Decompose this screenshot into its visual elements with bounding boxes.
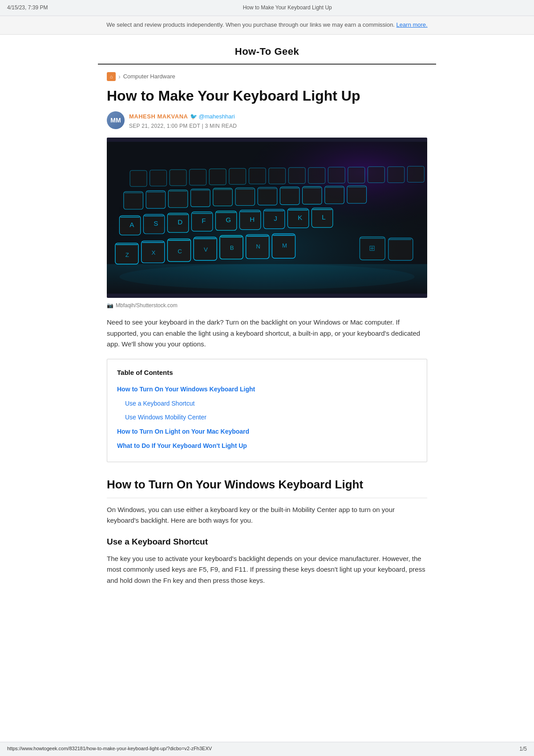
author-name[interactable]: MAHESH MAKVANA (129, 113, 188, 120)
svg-rect-31 (240, 211, 260, 212)
svg-rect-60 (190, 169, 206, 185)
svg-rect-65 (288, 167, 305, 183)
toc-item-5: What to Do If Your Keyboard Won't Light … (117, 440, 417, 451)
toc-link-4[interactable]: How to Turn On Light on Your Mac Keyboar… (117, 428, 249, 435)
svg-rect-53 (281, 187, 299, 188)
toc-title: Table of Contents (117, 367, 417, 378)
svg-rect-11 (142, 242, 164, 243)
svg-text:A: A (129, 221, 134, 228)
author-meta: SEP 21, 2022, 1:00 PM EDT | 3 MIN READ (129, 122, 237, 130)
svg-text:S: S (154, 219, 158, 227)
svg-text:M: M (282, 242, 287, 249)
section1-heading: How to Turn On Your Windows Keyboard Lig… (107, 476, 427, 498)
svg-rect-64 (269, 168, 286, 184)
svg-rect-47 (147, 191, 165, 192)
svg-text:H: H (250, 215, 255, 223)
svg-rect-37 (168, 190, 188, 207)
svg-rect-32 (264, 210, 284, 211)
svg-text:V: V (204, 246, 208, 253)
svg-rect-46 (125, 192, 142, 193)
svg-text:D: D (178, 218, 182, 226)
svg-rect-56 (348, 187, 366, 187)
svg-rect-12 (168, 240, 190, 241)
author-initials: MM (110, 115, 121, 125)
author-avatar: MM (107, 111, 125, 129)
notice-learn-more-link[interactable]: Learn more. (396, 21, 428, 28)
svg-rect-70 (388, 167, 405, 183)
toc-box: Table of Contents How to Turn On Your Wi… (107, 359, 427, 462)
twitter-icon: 🐦 (190, 113, 199, 120)
svg-rect-71 (407, 166, 424, 182)
svg-rect-69 (368, 167, 384, 183)
section1-sub1-heading: Use a Keyboard Shortcut (107, 535, 427, 549)
svg-rect-44 (325, 186, 344, 204)
svg-rect-26 (120, 216, 140, 218)
svg-rect-67 (328, 167, 345, 183)
notice-text: We select and review products independen… (106, 21, 395, 28)
svg-rect-14 (221, 236, 242, 237)
toc-link-2[interactable]: Use a Keyboard Shortcut (125, 400, 194, 407)
caption-text: Mbfaqih/Shutterstock.com (116, 301, 178, 310)
svg-rect-15 (247, 236, 268, 237)
svg-rect-42 (280, 187, 299, 205)
svg-text:F: F (202, 217, 206, 224)
svg-rect-57 (130, 171, 147, 187)
svg-rect-91 (388, 239, 411, 240)
svg-rect-35 (124, 191, 143, 209)
svg-text:Z: Z (125, 252, 129, 258)
svg-text:K: K (298, 213, 302, 221)
author-name-line: MAHESH MAKVANA 🐦 @maheshhari (129, 110, 237, 122)
author-twitter[interactable]: @maheshhari (199, 113, 235, 120)
svg-rect-49 (191, 190, 209, 191)
svg-rect-52 (259, 188, 276, 189)
toc-link-3[interactable]: Use Windows Mobility Center (125, 414, 206, 421)
hero-image-container: A S D F G H J K L Z X C V B N M (107, 138, 427, 298)
image-caption: 📷 Mbfaqih/Shutterstock.com (107, 301, 427, 310)
svg-rect-50 (214, 189, 232, 190)
svg-rect-29 (192, 212, 212, 214)
svg-rect-62 (229, 168, 246, 184)
toc-link-1[interactable]: How to Turn On Your Windows Keyboard Lig… (117, 386, 255, 393)
toc-link-5[interactable]: What to Do If Your Keyboard Won't Light … (117, 442, 247, 449)
svg-rect-34 (312, 209, 332, 210)
svg-rect-36 (146, 191, 166, 208)
svg-rect-13 (194, 238, 216, 239)
svg-rect-63 (249, 168, 266, 184)
svg-rect-58 (150, 170, 167, 186)
svg-rect-59 (170, 170, 186, 186)
svg-rect-30 (216, 211, 236, 213)
svg-rect-66 (308, 167, 325, 183)
svg-text:C: C (178, 248, 182, 254)
svg-rect-40 (235, 187, 255, 205)
svg-text:⊞: ⊞ (369, 244, 375, 252)
breadcrumb-separator: › (118, 72, 121, 81)
breadcrumb: ⌂ › Computer Hardware (107, 72, 427, 81)
svg-rect-48 (169, 191, 187, 191)
browser-datetime: 4/15/23, 7:39 PM (7, 4, 48, 12)
breadcrumb-category[interactable]: Computer Hardware (123, 72, 175, 81)
camera-icon: 📷 (107, 301, 113, 310)
hero-image: A S D F G H J K L Z X C V B N M (107, 138, 427, 298)
svg-rect-89 (388, 238, 413, 260)
toc-item-1: How to Turn On Your Windows Keyboard Lig… (117, 383, 417, 395)
home-icon[interactable]: ⌂ (107, 72, 116, 81)
svg-rect-38 (191, 189, 210, 207)
section1-intro: On Windows, you can use either a keyboar… (107, 504, 427, 527)
svg-rect-27 (144, 215, 164, 216)
site-name[interactable]: How-To Geek (107, 44, 427, 59)
svg-text:X: X (151, 249, 155, 256)
svg-rect-90 (360, 237, 384, 239)
toc-item-3: Use Windows Mobility Center (117, 411, 417, 423)
svg-point-94 (119, 264, 414, 289)
svg-text:B: B (230, 244, 234, 251)
svg-rect-33 (288, 209, 308, 211)
article-title: How to Make Your Keyboard Light Up (107, 87, 427, 104)
site-header: How-To Geek (98, 35, 436, 65)
main-container: ⌂ › Computer Hardware How to Make Your K… (98, 65, 436, 620)
svg-rect-16 (273, 235, 294, 236)
svg-rect-51 (236, 188, 254, 189)
svg-rect-45 (347, 186, 367, 203)
svg-rect-39 (213, 188, 233, 206)
toc-list: How to Turn On Your Windows Keyboard Lig… (117, 383, 417, 451)
svg-text:G: G (226, 216, 231, 224)
